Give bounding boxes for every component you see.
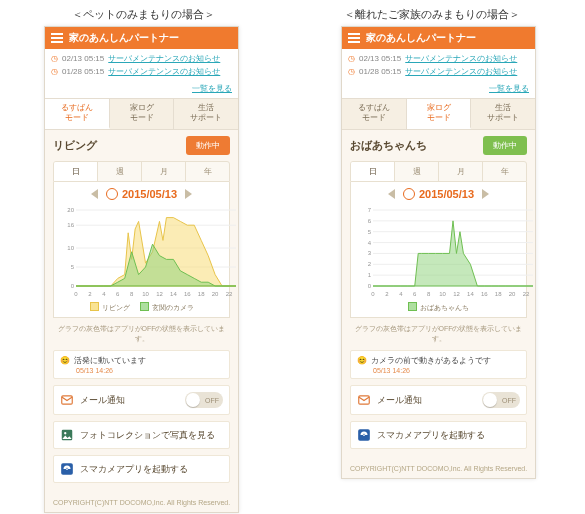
next-day-button[interactable] bbox=[482, 189, 489, 199]
tab-rusuban[interactable]: るすばん モード bbox=[342, 99, 407, 129]
next-day-button[interactable] bbox=[185, 189, 192, 199]
notice-list: ◷02/13 05:15サーバメンテナンスのお知らせ ◷01/28 05:15サ… bbox=[342, 49, 535, 81]
svg-text:20: 20 bbox=[67, 207, 74, 213]
tab-seikatsu[interactable]: 生活 サポート bbox=[174, 99, 238, 129]
row-smacame[interactable]: スマカメアプリを起動する bbox=[350, 421, 527, 449]
svg-text:20: 20 bbox=[212, 291, 219, 297]
smacame-icon bbox=[357, 428, 371, 442]
svg-text:20: 20 bbox=[509, 291, 516, 297]
activity-chart: 012345670246810121416182022 bbox=[357, 206, 537, 298]
svg-text:6: 6 bbox=[413, 291, 417, 297]
svg-text:22: 22 bbox=[523, 291, 530, 297]
chart-note: グラフの灰色帯はアプリがOFFの状態を表示しています。 bbox=[53, 324, 230, 344]
period-tabs: 日 週 月 年 bbox=[350, 161, 527, 182]
svg-text:16: 16 bbox=[481, 291, 488, 297]
tab-seikatsu[interactable]: 生活 サポート bbox=[471, 99, 535, 129]
clock-icon: ◷ bbox=[348, 65, 355, 78]
clock-icon: ◷ bbox=[51, 52, 58, 65]
svg-text:16: 16 bbox=[184, 291, 191, 297]
phone-left: 家のあんしんパートナー ◷02/13 05:15サーバメンテナンスのお知らせ ◷… bbox=[44, 26, 239, 513]
ptab-month[interactable]: 月 bbox=[439, 162, 483, 181]
notice-item[interactable]: ◷02/13 05:15サーバメンテナンスのお知らせ bbox=[348, 52, 529, 65]
chart-card: 2015/05/13 012345670246810121416182022 お… bbox=[350, 182, 527, 318]
main-tabs: るすばん モード 家ログ モード 生活 サポート bbox=[342, 98, 535, 130]
record-button[interactable]: 動作中 bbox=[483, 136, 527, 155]
room-name: リビング bbox=[53, 138, 97, 153]
mail-icon bbox=[60, 393, 74, 407]
chart-date: 2015/05/13 bbox=[403, 188, 474, 200]
menu-icon[interactable] bbox=[348, 33, 360, 43]
notice-all-link[interactable]: 一覧を見る bbox=[489, 84, 529, 93]
smile-icon: 😊 bbox=[60, 356, 70, 365]
svg-text:4: 4 bbox=[102, 291, 106, 297]
svg-text:6: 6 bbox=[116, 291, 120, 297]
status-card: 😊活発に動いています 05/13 14:26 bbox=[53, 350, 230, 379]
row-mail-notify[interactable]: メール通知 OFF bbox=[350, 385, 527, 415]
svg-text:5: 5 bbox=[368, 229, 372, 235]
svg-text:16: 16 bbox=[67, 222, 74, 228]
svg-text:0: 0 bbox=[74, 291, 78, 297]
mail-toggle[interactable]: OFF bbox=[482, 392, 520, 408]
menu-icon[interactable] bbox=[51, 33, 63, 43]
prev-day-button[interactable] bbox=[388, 189, 395, 199]
tab-rusuban[interactable]: るすばん モード bbox=[45, 99, 110, 129]
svg-text:6: 6 bbox=[368, 218, 372, 224]
svg-text:18: 18 bbox=[198, 291, 205, 297]
svg-text:14: 14 bbox=[170, 291, 177, 297]
svg-text:4: 4 bbox=[368, 240, 372, 246]
photo-icon bbox=[60, 428, 74, 442]
svg-text:2: 2 bbox=[368, 261, 372, 267]
chart-date: 2015/05/13 bbox=[106, 188, 177, 200]
mail-icon bbox=[357, 393, 371, 407]
svg-text:12: 12 bbox=[156, 291, 163, 297]
phone-right: 家のあんしんパートナー ◷02/13 05:15サーバメンテナンスのお知らせ ◷… bbox=[341, 26, 536, 479]
ptab-year[interactable]: 年 bbox=[483, 162, 526, 181]
row-photo-collection[interactable]: フォトコレクションで写真を見る bbox=[53, 421, 230, 449]
mail-toggle[interactable]: OFF bbox=[185, 392, 223, 408]
main-tabs: るすばん モード 家ログ モード 生活 サポート bbox=[45, 98, 238, 130]
svg-text:8: 8 bbox=[427, 291, 431, 297]
ptab-month[interactable]: 月 bbox=[142, 162, 186, 181]
ptab-year[interactable]: 年 bbox=[186, 162, 229, 181]
ptab-day[interactable]: 日 bbox=[54, 162, 98, 181]
smile-icon: 😊 bbox=[357, 356, 367, 365]
svg-point-24 bbox=[64, 432, 66, 434]
chart-card: 2015/05/13 051016200246810121416182022 リ… bbox=[53, 182, 230, 318]
notice-all-link[interactable]: 一覧を見る bbox=[192, 84, 232, 93]
app-header: 家のあんしんパートナー bbox=[45, 27, 238, 49]
svg-text:1: 1 bbox=[368, 272, 372, 278]
chart-note: グラフの灰色帯はアプリがOFFの状態を表示しています。 bbox=[350, 324, 527, 344]
svg-text:2: 2 bbox=[385, 291, 389, 297]
svg-text:10: 10 bbox=[142, 291, 149, 297]
smacame-icon bbox=[60, 462, 74, 476]
status-card: 😊カメラの前で動きがあるようです 05/13 14:26 bbox=[350, 350, 527, 379]
svg-text:3: 3 bbox=[368, 250, 372, 256]
caption-right: ＜離れたご家族のみまもりの場合＞ bbox=[344, 7, 520, 22]
notice-item[interactable]: ◷01/28 05:15サーバメンテンンスのお知らせ bbox=[51, 65, 232, 78]
ptab-week[interactable]: 週 bbox=[395, 162, 439, 181]
copyright: COPYRIGHT(C)NTT DOCOMO,Inc. All Rights R… bbox=[342, 455, 535, 478]
svg-point-57 bbox=[363, 434, 365, 436]
notice-item[interactable]: ◷01/28 05:15サーバメンテンンスのお知らせ bbox=[348, 65, 529, 78]
notice-list: ◷02/13 05:15サーバメンテナンスのお知らせ ◷01/28 05:15サ… bbox=[45, 49, 238, 81]
svg-text:5: 5 bbox=[71, 264, 75, 270]
tab-ielog[interactable]: 家ログ モード bbox=[110, 99, 175, 129]
svg-text:0: 0 bbox=[368, 283, 372, 289]
ptab-week[interactable]: 週 bbox=[98, 162, 142, 181]
svg-text:10: 10 bbox=[67, 245, 74, 251]
row-mail-notify[interactable]: メール通知 OFF bbox=[53, 385, 230, 415]
clock-icon: ◷ bbox=[348, 52, 355, 65]
room-name: おばあちゃんち bbox=[350, 138, 427, 153]
row-smacame[interactable]: スマカメアプリを起動する bbox=[53, 455, 230, 483]
svg-point-26 bbox=[66, 468, 68, 470]
record-button[interactable]: 動作中 bbox=[186, 136, 230, 155]
svg-text:22: 22 bbox=[226, 291, 233, 297]
svg-text:8: 8 bbox=[130, 291, 134, 297]
tab-ielog[interactable]: 家ログ モード bbox=[407, 99, 472, 129]
copyright: COPYRIGHT(C)NTT DOCOMO,Inc. All Rights R… bbox=[45, 489, 238, 512]
chart-legend: リビング 玄関のカメラ bbox=[58, 302, 225, 313]
ptab-day[interactable]: 日 bbox=[351, 162, 395, 181]
prev-day-button[interactable] bbox=[91, 189, 98, 199]
svg-text:18: 18 bbox=[495, 291, 502, 297]
notice-item[interactable]: ◷02/13 05:15サーバメンテナンスのお知らせ bbox=[51, 52, 232, 65]
